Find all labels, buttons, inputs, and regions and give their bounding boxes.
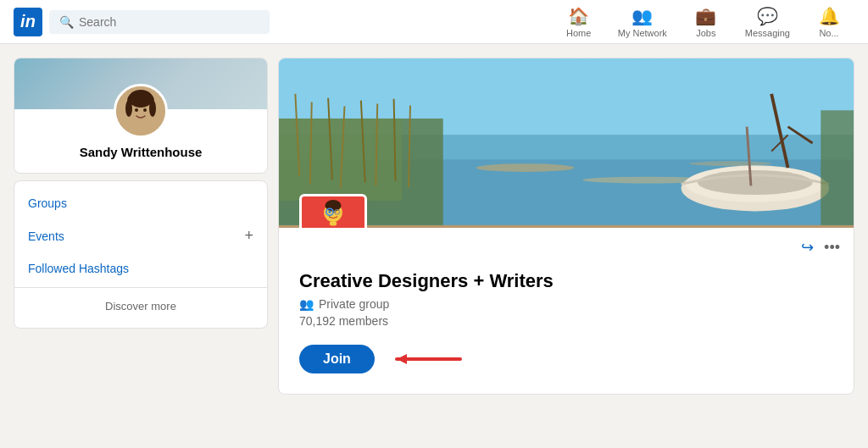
profile-name: Sandy Writtenhouse [14,145,267,173]
home-icon: 🏠 [568,6,589,26]
linkedin-logo[interactable]: in [14,8,42,36]
svg-point-7 [125,100,132,117]
discover-more-button[interactable]: Discover more [14,291,267,321]
join-button[interactable]: Join [299,345,375,373]
avatar-wrap [14,84,267,138]
events-anchor[interactable]: Events [28,230,64,243]
messaging-icon: 💬 [757,6,778,26]
main-nav: 🏠 Home 👥 My Network 💼 Jobs 💬 Messaging 🔔… [554,6,854,38]
avatar-image [116,86,165,136]
svg-point-4 [135,108,138,112]
more-options-icon[interactable]: ••• [824,239,840,257]
avatar [114,84,168,138]
svg-rect-41 [330,221,337,225]
groups-link[interactable]: Groups [14,188,267,218]
main-content: Sandy Writtenhouse Groups Events + Follo… [0,44,868,408]
nav-jobs-label: Jobs [696,28,715,38]
svg-point-22 [476,163,574,172]
sidebar-divider [14,287,267,288]
nav-messaging[interactable]: 💬 Messaging [735,6,800,38]
share-icon[interactable]: ↪ [801,238,814,257]
svg-rect-3 [136,122,146,130]
group-actions: ↪ ••• [801,238,840,257]
group-card: BE CREATIVE ↪ ••• Creative Designers + W… [278,58,854,395]
nav-home[interactable]: 🏠 Home [554,6,604,38]
followed-hashtags-anchor[interactable]: Followed Hashtags [28,262,129,275]
notifications-icon: 🔔 [819,6,840,26]
svg-point-5 [143,108,147,112]
top-nav: in 🔍 🏠 Home 👥 My Network 💼 Jobs 💬 Messag… [0,0,868,44]
group-logo: BE CREATIVE [299,194,367,228]
svg-rect-32 [821,110,854,225]
svg-point-6 [129,91,153,108]
nav-home-label: Home [566,28,591,38]
group-info: ↪ ••• Creative Designers + Writers 👥 Pri… [279,228,854,394]
group-name: Creative Designers + Writers [299,270,833,292]
group-type-icon: 👥 [299,297,314,311]
events-add-icon[interactable]: + [244,227,253,245]
group-type: Private group [319,297,389,311]
group-meta: 👥 Private group [299,297,833,311]
sidebar: Sandy Writtenhouse Groups Events + Follo… [14,58,268,395]
svg-point-8 [149,100,156,117]
events-link[interactable]: Events + [14,218,267,253]
svg-marker-43 [397,354,407,364]
profile-card: Sandy Writtenhouse [14,58,268,174]
nav-notifications[interactable]: 🔔 No... [804,6,854,38]
nav-notifications-label: No... [819,28,838,38]
group-logo-image [302,196,364,228]
group-banner: BE CREATIVE [279,58,854,228]
svg-point-38 [329,211,331,213]
search-icon: 🔍 [59,15,74,29]
logo-text: in [20,12,36,31]
nav-messaging-label: Messaging [745,28,790,38]
search-input[interactable] [79,15,259,29]
my-network-icon: 👥 [632,6,653,26]
nav-my-network[interactable]: 👥 My Network [608,6,677,38]
jobs-icon: 💼 [695,6,716,26]
join-row: Join [299,345,833,373]
search-bar[interactable]: 🔍 [49,10,270,34]
group-members: 70,192 members [299,314,833,328]
arrow-indicator [388,347,465,371]
followed-hashtags-link[interactable]: Followed Hashtags [14,253,267,284]
nav-my-network-label: My Network [618,28,667,38]
group-logo-wrap: BE CREATIVE [299,194,367,228]
groups-anchor[interactable]: Groups [28,196,67,210]
nav-jobs[interactable]: 💼 Jobs [681,6,732,38]
sidebar-links: Groups Events + Followed Hashtags Discov… [14,180,268,329]
